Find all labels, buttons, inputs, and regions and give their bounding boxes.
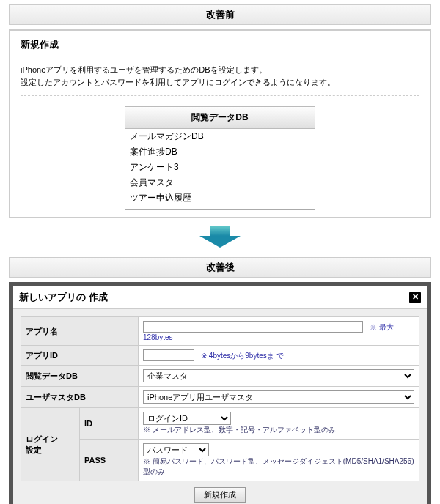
cell-login-pass: パスワード ※ 簡易パスワード、パスワード型、メッセージダイジェスト(MD5/S… [139,440,419,481]
db-item[interactable]: 会員マスタ [125,175,315,190]
before-title: 新規作成 [21,38,419,56]
submit-row: 新規作成 [21,487,419,503]
db-item[interactable]: メールマガジンDB [125,129,315,144]
db-item[interactable]: 案件進捗DB [125,144,315,160]
dialog-header: 新しいアプリの 作成 ✕ [13,286,427,309]
db-selector-box: 閲覧データDB メールマガジンDB 案件進捗DB アンケート3 会員マスタ ツア… [125,106,315,210]
cell-app-name: ※ 最大 128bytes [139,317,419,346]
label-browse-db: 閲覧データDB [21,366,139,387]
before-panel: 新規作成 iPhoneアプリを利用するユーザを管理するためのDBを設定します。 … [9,29,431,218]
cell-user-db: iPhoneアプリ用ユーザマスタ [139,387,419,408]
desc-line1: iPhoneアプリを利用するユーザを管理するためのDBを設定します。 [21,65,267,74]
label-app-id: アプリID [21,346,139,366]
after-header: 改善後 [9,257,431,278]
note-login-pass: ※ 簡易パスワード、パスワード型、メッセージダイジェスト(MD5/SHA1/SH… [143,457,414,475]
note-login-id: ※ メールアドレス型、数字・記号・アルファベット型のみ [143,426,336,434]
submit-button[interactable]: 新規作成 [194,487,246,503]
desc-line2: 設定したアカウントとパスワードを利用してアプリにログインできるようになります。 [21,78,335,86]
form-table: アプリ名 ※ 最大 128bytes アプリID ※ 4bytesから9byte… [21,316,419,481]
db-list[interactable]: メールマガジンDB 案件進捗DB アンケート3 会員マスタ ツアー申込履歴 管理… [125,129,315,210]
dialog-title: 新しいアプリの 作成 [19,291,108,304]
db-item[interactable]: 管理者用DB [125,206,315,210]
label-app-name: アプリ名 [21,317,139,346]
note-app-id: ※ 4bytesから9bytesま で [201,352,283,360]
select-login-id[interactable]: ログインID [143,412,231,425]
input-app-id[interactable] [143,349,194,361]
input-app-name[interactable] [143,321,363,333]
select-login-pass[interactable]: パスワード [143,443,209,456]
after-panel: 新しいアプリの 作成 ✕ アプリ名 ※ 最大 128bytes アプリID ※ … [9,282,431,504]
cell-app-id: ※ 4bytesから9bytesま で [139,346,419,366]
label-login: ログイン 設定 [21,408,80,481]
cell-browse-db: 企業マスタ [139,366,419,387]
label-login-id: ID [80,408,139,440]
db-item[interactable]: アンケート3 [125,160,315,175]
dialog-body: アプリ名 ※ 最大 128bytes アプリID ※ 4bytesから9byte… [13,309,427,504]
select-user-db[interactable]: iPhoneアプリ用ユーザマスタ [143,390,414,404]
label-user-db: ユーザマスタDB [21,387,139,408]
label-login-pass: PASS [80,440,139,481]
db-list-header: 閲覧データDB [125,106,315,129]
db-item[interactable]: ツアー申込履歴 [125,190,315,206]
select-browse-db[interactable]: 企業マスタ [143,369,414,382]
arrow-down-icon [0,226,440,250]
close-icon[interactable]: ✕ [409,292,421,303]
before-description: iPhoneアプリを利用するユーザを管理するためのDBを設定します。 設定したア… [21,64,419,96]
cell-login-id: ログインID ※ メールアドレス型、数字・記号・アルファベット型のみ [139,408,419,440]
before-header: 改善前 [9,4,431,25]
